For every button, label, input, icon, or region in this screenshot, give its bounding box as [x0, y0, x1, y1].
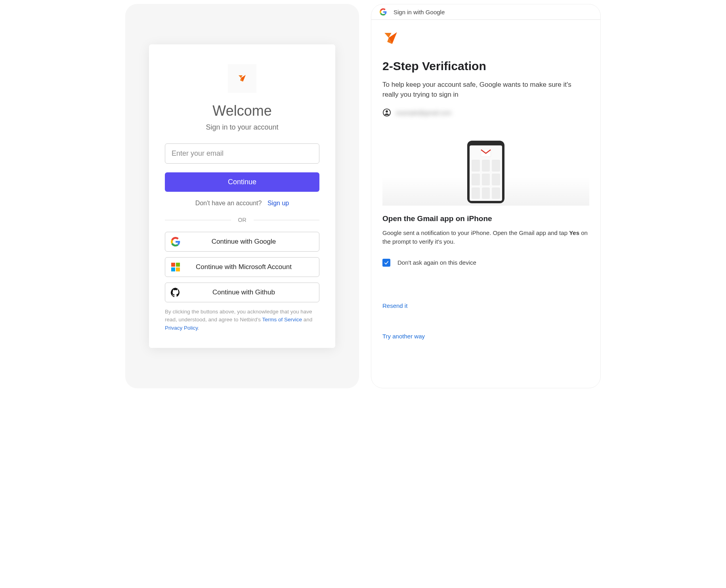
google-button-label: Continue with Google	[187, 238, 313, 246]
terms-link[interactable]: Terms of Service	[262, 317, 302, 323]
prompt-note: Google sent a notification to your iPhon…	[382, 229, 589, 246]
svg-point-5	[386, 111, 388, 113]
checkbox-checked-icon[interactable]	[382, 259, 390, 267]
dont-ask-row[interactable]: Don't ask again on this device	[382, 259, 589, 267]
signup-link[interactable]: Sign up	[267, 200, 289, 206]
continue-google-button[interactable]: Continue with Google	[165, 232, 319, 252]
github-icon	[171, 288, 180, 297]
legal-text: By clicking the buttons above, you ackno…	[165, 308, 319, 332]
bird-icon	[382, 30, 399, 47]
verification-description: To help keep your account safe, Google w…	[382, 80, 589, 99]
google-icon	[171, 237, 180, 246]
google-header-text: Sign in with Google	[394, 9, 445, 15]
continue-button[interactable]: Continue	[165, 172, 319, 192]
or-divider: OR	[165, 217, 319, 223]
github-button-label: Continue with Github	[187, 288, 313, 296]
continue-github-button[interactable]: Continue with Github	[165, 283, 319, 302]
gmail-icon	[481, 149, 491, 157]
svg-rect-1	[176, 263, 180, 267]
welcome-subtitle: Sign in to your account	[165, 123, 319, 132]
netbird-logo	[382, 30, 589, 48]
resend-link[interactable]: Resend it	[382, 302, 589, 309]
continue-microsoft-button[interactable]: Continue with Microsoft Account	[165, 257, 319, 277]
account-icon	[382, 108, 391, 117]
verification-title: 2-Step Verification	[382, 59, 589, 73]
email-input[interactable]	[165, 143, 319, 164]
account-email: example@gmail.com	[396, 109, 451, 116]
welcome-title: Welcome	[165, 103, 319, 119]
dont-ask-label: Don't ask again on this device	[397, 259, 476, 266]
privacy-link[interactable]: Privacy Policy	[165, 325, 198, 331]
signup-prompt: Don't have an account?	[195, 200, 262, 206]
signin-panel: Welcome Sign in to your account Continue…	[125, 4, 359, 388]
google-icon	[378, 8, 388, 15]
google-header: Sign in with Google	[371, 4, 600, 20]
prompt-subtitle: Open the Gmail app on iPhone	[382, 214, 589, 223]
svg-rect-0	[171, 263, 175, 267]
svg-rect-2	[171, 267, 175, 271]
google-2fa-panel: Sign in with Google 2-Step Verification …	[371, 4, 601, 388]
signup-row: Don't have an account? Sign up	[165, 200, 319, 207]
netbird-logo	[228, 64, 256, 93]
account-row: example@gmail.com	[382, 108, 589, 117]
phone-illustration	[382, 133, 589, 206]
microsoft-icon	[171, 262, 180, 272]
bird-icon	[237, 70, 247, 87]
signin-card: Welcome Sign in to your account Continue…	[149, 44, 335, 348]
microsoft-button-label: Continue with Microsoft Account	[187, 263, 313, 271]
svg-rect-3	[176, 267, 180, 271]
try-another-link[interactable]: Try another way	[382, 333, 589, 340]
